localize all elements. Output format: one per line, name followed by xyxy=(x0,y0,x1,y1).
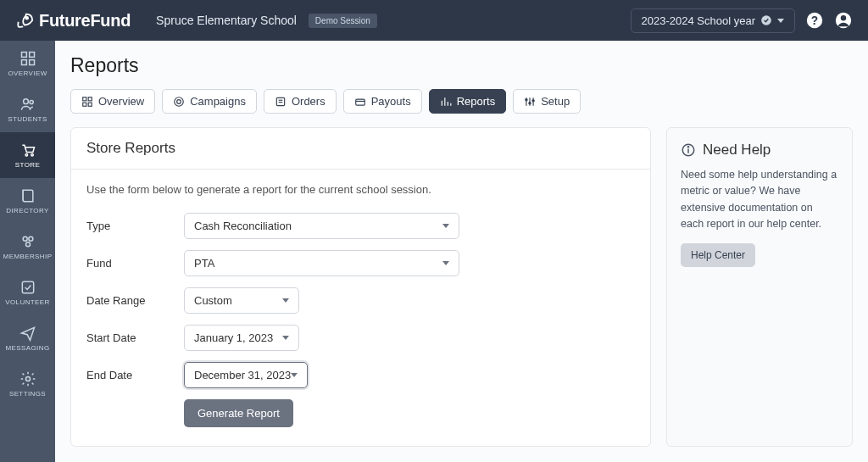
fund-select[interactable]: PTA xyxy=(184,250,459,276)
chevron-down-icon xyxy=(777,19,784,23)
nav-messaging[interactable]: MESSAGING xyxy=(0,315,55,361)
select-value: December 31, 2023 xyxy=(194,369,291,381)
svg-point-33 xyxy=(526,98,527,100)
chart-icon xyxy=(440,96,452,108)
svg-point-18 xyxy=(25,377,30,381)
cart-icon xyxy=(19,142,36,159)
sidebar: OVERVIEW STUDENTS STORE DIRECTORY MEMBER… xyxy=(0,41,55,462)
chevron-down-icon xyxy=(282,336,289,340)
svg-rect-7 xyxy=(29,53,34,58)
svg-rect-17 xyxy=(22,281,33,292)
type-select[interactable]: Cash Reconciliation xyxy=(184,213,459,239)
nav-store[interactable]: STORE xyxy=(0,132,55,178)
help-text: Need some help understanding a metric or… xyxy=(681,167,838,233)
user-circle-icon xyxy=(834,11,853,30)
svg-rect-6 xyxy=(21,53,26,58)
tabs: Overview Campaigns Orders Payouts Report… xyxy=(70,89,853,114)
tab-orders[interactable]: Orders xyxy=(264,89,337,114)
svg-point-0 xyxy=(25,17,28,19)
daterange-select[interactable]: Custom xyxy=(184,287,299,314)
gear-icon xyxy=(19,370,36,387)
tab-campaigns[interactable]: Campaigns xyxy=(162,89,257,114)
nav-volunteer[interactable]: VOLUNTEER xyxy=(0,270,55,315)
enddate-label: End Date xyxy=(86,369,184,381)
select-value: Cash Reconciliation xyxy=(194,220,292,232)
nav-label: VOLUNTEER xyxy=(5,298,50,306)
nav-directory[interactable]: DIRECTORY xyxy=(0,178,55,224)
help-center-button[interactable]: Help Center xyxy=(681,243,755,267)
select-value: PTA xyxy=(194,257,214,270)
tab-label: Overview xyxy=(98,95,144,108)
tab-setup[interactable]: Setup xyxy=(513,89,581,114)
svg-rect-9 xyxy=(29,60,34,65)
tab-overview[interactable]: Overview xyxy=(70,89,155,114)
nav-label: OVERVIEW xyxy=(8,70,47,77)
svg-rect-20 xyxy=(88,97,92,100)
brand-logo[interactable]: FutureFund xyxy=(15,11,131,31)
chevron-down-icon xyxy=(291,373,298,377)
enddate-select[interactable]: December 31, 2023 xyxy=(184,362,308,388)
svg-point-23 xyxy=(175,97,184,106)
year-picker-label: 2023-2024 School year xyxy=(642,14,755,27)
help-button[interactable]: ? xyxy=(805,11,824,30)
startdate-label: Start Date xyxy=(86,331,184,344)
nav-overview[interactable]: OVERVIEW xyxy=(0,41,55,86)
svg-rect-19 xyxy=(83,97,86,100)
session-badge: Demo Session xyxy=(309,14,377,28)
svg-point-38 xyxy=(687,147,688,148)
list-icon xyxy=(275,96,287,108)
type-label: Type xyxy=(86,220,184,232)
nav-label: STUDENTS xyxy=(8,115,47,123)
tab-payouts[interactable]: Payouts xyxy=(343,89,422,114)
target-icon xyxy=(173,96,185,108)
startdate-select[interactable]: January 1, 2023 xyxy=(184,325,299,351)
help-title: Need Help xyxy=(703,142,771,159)
user-menu[interactable] xyxy=(834,11,853,30)
select-value: Custom xyxy=(194,294,232,307)
svg-point-11 xyxy=(30,100,33,103)
svg-point-13 xyxy=(31,154,33,157)
question-circle-icon: ? xyxy=(805,11,824,30)
nav-label: DIRECTORY xyxy=(6,207,48,214)
select-value: January 1, 2023 xyxy=(194,331,273,344)
chevron-down-icon xyxy=(442,261,449,265)
svg-point-12 xyxy=(25,154,27,157)
check-icon xyxy=(19,279,36,296)
tab-label: Setup xyxy=(541,95,570,108)
check-circle-icon xyxy=(760,14,772,26)
svg-point-15 xyxy=(28,237,32,241)
school-name: Spruce Elementary School xyxy=(156,14,297,27)
book-icon xyxy=(19,187,36,204)
tab-label: Campaigns xyxy=(190,95,246,108)
generate-report-button[interactable]: Generate Report xyxy=(184,399,293,427)
fund-label: Fund xyxy=(86,257,184,270)
page-title: Reports xyxy=(70,54,853,77)
nav-label: MESSAGING xyxy=(5,344,49,352)
svg-rect-8 xyxy=(21,60,26,65)
users-icon xyxy=(19,96,36,113)
svg-point-5 xyxy=(841,15,846,20)
chevron-down-icon xyxy=(442,224,449,228)
tab-label: Reports xyxy=(457,95,496,108)
nav-label: MEMBERSHIP xyxy=(3,253,53,260)
payout-icon xyxy=(354,96,366,108)
rocket-icon xyxy=(15,11,34,30)
report-form-card: Store Reports Use the form below to gene… xyxy=(70,127,651,447)
nav-settings[interactable]: SETTINGS xyxy=(0,361,55,407)
card-title: Store Reports xyxy=(71,128,650,170)
help-card: Need Help Need some help understanding a… xyxy=(666,127,853,447)
nav-membership[interactable]: MEMBERSHIP xyxy=(0,224,55,270)
svg-point-16 xyxy=(25,242,30,247)
tab-label: Payouts xyxy=(371,95,411,108)
nav-students[interactable]: STUDENTS xyxy=(0,86,55,132)
card-description: Use the form below to generate a report … xyxy=(86,183,635,196)
main-content: Reports Overview Campaigns Orders Payout… xyxy=(55,41,868,462)
year-picker[interactable]: 2023-2024 School year xyxy=(631,8,795,33)
svg-rect-21 xyxy=(83,103,86,106)
svg-rect-22 xyxy=(88,103,92,106)
svg-point-34 xyxy=(529,102,531,103)
tab-reports[interactable]: Reports xyxy=(429,89,507,114)
svg-rect-28 xyxy=(355,99,364,105)
brand-name: FutureFund xyxy=(39,11,131,31)
grid-icon xyxy=(19,50,36,67)
